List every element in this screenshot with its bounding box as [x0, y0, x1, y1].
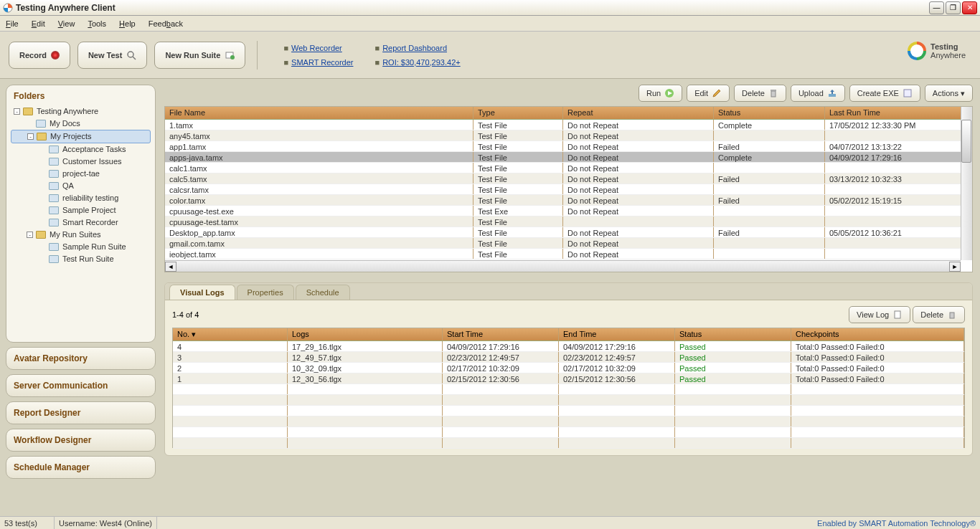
tree-item[interactable]: reliability testing	[11, 192, 151, 204]
tab-schedule[interactable]: Schedule	[296, 285, 350, 300]
expand-icon[interactable]: -	[27, 232, 33, 238]
status-tech: Enabled by SMART Automation Technology®	[817, 519, 980, 528]
table-row[interactable]: gmail.com.tamxTest FileDo not Repeat	[165, 238, 972, 249]
table-row[interactable]: cpuusage-test.tamxTest File	[165, 216, 972, 227]
log-row[interactable]: 312_49_57.tlgx02/23/2012 12:49:5702/23/2…	[173, 352, 964, 363]
table-row[interactable]: calc1.tamxTest FileDo not Repeat	[165, 163, 972, 173]
table-row[interactable]: cpuusage-test.exeTest ExeDo not Repeat	[165, 206, 972, 216]
table-row[interactable]: calc5.tamxTest FileDo not RepeatFailed03…	[165, 173, 972, 184]
tree-item[interactable]: Smart Recorder	[11, 216, 151, 229]
delete-log-button[interactable]: Delete	[913, 306, 965, 323]
folder-icon	[49, 255, 59, 263]
tree-label: Testing Anywhere	[37, 105, 98, 118]
menu-tools[interactable]: Tools	[88, 19, 106, 28]
search-icon	[126, 50, 136, 60]
log-count: 1-4 of 4	[172, 310, 199, 319]
nav-button[interactable]: Workflow Designer	[6, 429, 156, 452]
tree-item[interactable]: -Testing Anywhere	[11, 105, 151, 118]
nav-button[interactable]: Schedule Manager	[6, 456, 156, 479]
logcol-status[interactable]: Status	[675, 328, 791, 340]
svg-rect-7	[771, 91, 776, 97]
tree-item[interactable]: QA	[11, 180, 151, 192]
svg-point-1	[128, 52, 133, 57]
create-exe-button[interactable]: Create EXE	[849, 85, 920, 102]
tree-item[interactable]: project-tae	[11, 168, 151, 180]
log-row[interactable]: 112_30_56.tlgx02/15/2012 12:30:5602/15/2…	[173, 373, 964, 384]
tree-item[interactable]: Sample Project	[11, 204, 151, 216]
upload-button[interactable]: Upload	[791, 85, 845, 102]
logcol-checkpoints[interactable]: Checkpoints	[791, 328, 964, 340]
menu-view[interactable]: View	[58, 19, 75, 28]
maximize-button[interactable]: ❐	[946, 1, 961, 14]
tree-label: Smart Recorder	[62, 216, 118, 229]
exe-icon	[903, 88, 913, 98]
nav-button[interactable]: Avatar Repository	[6, 347, 156, 370]
log-row[interactable]: 417_29_16.tlgx04/09/2012 17:29:1604/09/2…	[173, 341, 964, 352]
tab-properties[interactable]: Properties	[237, 285, 294, 300]
tree-item[interactable]: -My Run Suites	[11, 229, 151, 241]
minimize-button[interactable]: —	[929, 1, 944, 14]
vertical-scrollbar[interactable]	[961, 107, 972, 260]
menu-feedback[interactable]: Feedback	[149, 19, 183, 28]
tree-item[interactable]: Customer Issues	[11, 156, 151, 168]
col-filename[interactable]: File Name	[165, 107, 473, 119]
table-row[interactable]: calcsr.tamxTest FileDo not Repeat	[165, 184, 972, 195]
logcol-start[interactable]: Start Time	[443, 328, 559, 340]
svg-rect-10	[904, 90, 911, 97]
tree-item[interactable]: My Docs	[11, 118, 151, 130]
table-row[interactable]: ieobject.tamxTest FileDo not Repeat	[165, 249, 972, 259]
link-report-dashboard[interactable]: Report Dashboard	[382, 44, 447, 52]
edit-button[interactable]: Edit	[687, 85, 730, 102]
run-button[interactable]: Run	[639, 85, 682, 102]
table-row[interactable]: app1.tamxTest FileDo not RepeatFailed04/…	[165, 141, 972, 152]
status-tests: 53 test(s)	[0, 517, 55, 529]
link-web-recorder[interactable]: Web Recorder	[291, 44, 342, 52]
horizontal-scrollbar[interactable]: ◄►	[165, 260, 961, 272]
table-row[interactable]: 1.tamxTest FileDo not RepeatComplete17/0…	[165, 120, 972, 130]
tab-visual-logs[interactable]: Visual Logs	[169, 285, 235, 300]
table-row[interactable]: any45.tamxTest FileDo not Repeat	[165, 130, 972, 141]
tree-item[interactable]: -My Projects	[11, 130, 151, 143]
nav-button[interactable]: Report Designer	[6, 401, 156, 424]
link-smart-recorder[interactable]: SMART Recorder	[291, 58, 353, 67]
expand-icon[interactable]: -	[27, 133, 34, 140]
nav-button[interactable]: Server Communication	[6, 374, 156, 397]
close-button[interactable]: ✕	[962, 1, 977, 14]
logcol-logs[interactable]: Logs	[288, 328, 443, 340]
upload-icon	[827, 88, 837, 98]
scroll-left-icon[interactable]: ◄	[165, 262, 176, 272]
logcol-no[interactable]: No. ▾	[173, 328, 288, 340]
record-button[interactable]: Record	[9, 42, 70, 69]
svg-rect-11	[895, 311, 900, 318]
trash-icon	[768, 88, 778, 98]
menu-file[interactable]: File	[6, 19, 19, 28]
tree-label: reliability testing	[62, 192, 118, 204]
action-row: Run Edit Delete Upload Create EXE Action…	[164, 85, 973, 106]
menu-edit[interactable]: Edit	[32, 19, 45, 28]
log-row-empty	[173, 427, 964, 438]
titlebar: Testing Anywhere Client — ❐ ✕	[0, 0, 980, 16]
tree-item[interactable]: Sample Run Suite	[11, 241, 151, 253]
log-row[interactable]: 210_32_09.tlgx02/17/2012 10:32:0902/17/2…	[173, 363, 964, 373]
new-test-button[interactable]: New Test	[77, 42, 147, 69]
new-run-suite-button[interactable]: New Run Suite	[154, 42, 245, 69]
link-column-1: ■Web Recorder ■SMART Recorder	[283, 44, 353, 67]
scroll-right-icon[interactable]: ►	[949, 262, 961, 272]
tree-item[interactable]: Acceptance Tasks	[11, 143, 151, 156]
menu-help[interactable]: Help	[119, 19, 136, 28]
expand-icon[interactable]: -	[14, 108, 20, 115]
logcol-end[interactable]: End Time	[559, 328, 675, 340]
col-lastrun[interactable]: Last Run Time	[825, 107, 972, 119]
col-repeat[interactable]: Repeat	[563, 107, 714, 119]
col-status[interactable]: Status	[714, 107, 825, 119]
tree-item[interactable]: Test Run Suite	[11, 253, 151, 265]
view-log-button[interactable]: View Log	[849, 306, 910, 323]
svg-rect-9	[829, 94, 836, 97]
table-row[interactable]: color.tamxTest FileDo not RepeatFailed05…	[165, 195, 972, 206]
link-roi[interactable]: ROI: $30,470,293.42+	[382, 58, 461, 67]
table-row[interactable]: apps-java.tamxTest FileDo not RepeatComp…	[165, 152, 972, 163]
delete-button[interactable]: Delete	[734, 85, 786, 102]
col-type[interactable]: Type	[473, 107, 563, 119]
actions-dropdown[interactable]: Actions ▾	[925, 85, 973, 102]
table-row[interactable]: Desktop_app.tamxTest FileDo not RepeatFa…	[165, 227, 972, 238]
